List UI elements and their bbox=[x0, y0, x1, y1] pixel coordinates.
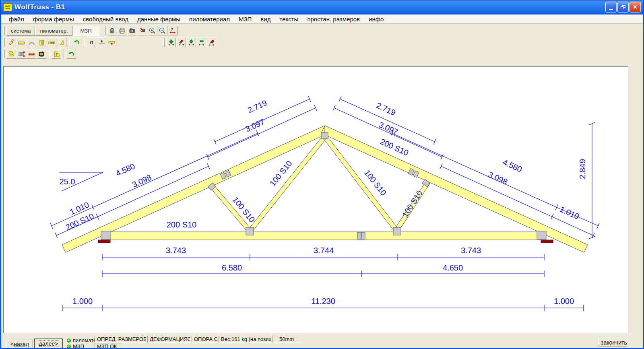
print-button[interactable] bbox=[118, 26, 127, 35]
dim-label: 4.650 bbox=[443, 263, 463, 272]
menu-bar: файлформа фермысвободный вводданные ферм… bbox=[1, 14, 643, 24]
toolbar-grip[interactable] bbox=[4, 26, 5, 35]
zoom-in-button[interactable] bbox=[148, 26, 157, 35]
beam-joints-button[interactable] bbox=[47, 37, 56, 47]
dim-label: 200 S10 bbox=[167, 220, 197, 229]
status-bar: <назад далее> пиломате МЗП ОПРЕД. РАЗМЕР… bbox=[1, 333, 643, 349]
dim-label: 2.849 bbox=[578, 159, 587, 179]
toolbar-grip[interactable] bbox=[163, 38, 165, 47]
weight-button[interactable]: kg bbox=[107, 26, 117, 35]
dim-label: 3.097 bbox=[378, 120, 400, 136]
edit-plate-button[interactable] bbox=[176, 37, 186, 47]
restore-button[interactable] bbox=[617, 2, 629, 12]
tab-пиломатер.[interactable]: пиломатер. bbox=[35, 26, 72, 36]
toolbar-row-tools: ? bbox=[1, 48, 643, 60]
spring-button[interactable] bbox=[6, 49, 16, 59]
chord-button[interactable] bbox=[17, 37, 26, 47]
support-reaction-icon bbox=[107, 38, 116, 47]
toolbar-grip[interactable] bbox=[4, 38, 5, 47]
node-plate-button[interactable] bbox=[186, 37, 196, 47]
weight-icon: kg bbox=[108, 27, 116, 35]
status-cell-deformation: ДЕФОРМАЦИЯОК bbox=[147, 336, 191, 343]
menu-item-2[interactable]: форма фермы bbox=[29, 15, 78, 23]
dim-label: 3.098 bbox=[487, 170, 509, 186]
tab-МЗП[interactable]: МЗП bbox=[73, 26, 99, 36]
restore-icon bbox=[621, 5, 625, 9]
sigma-icon: σ bbox=[87, 38, 96, 47]
edit-plate-icon bbox=[177, 38, 186, 47]
svg-text:?: ? bbox=[171, 27, 173, 32]
window-title: WolfTruss - B1 bbox=[14, 3, 65, 11]
eraser-button[interactable] bbox=[206, 37, 216, 47]
svg-text:σ: σ bbox=[90, 39, 93, 45]
undo-button[interactable] bbox=[72, 37, 81, 47]
menu-item-9[interactable]: простан. размеров bbox=[303, 15, 364, 23]
status-cell-dimensions: ОПРЕД. РАЗМЕРОВ ОК bbox=[95, 336, 147, 343]
beam-joints-icon bbox=[47, 38, 56, 47]
dim-label: 1.010 bbox=[559, 204, 581, 221]
dim-label: 11.230 bbox=[311, 297, 335, 306]
title-bar: wolfwin WolfTruss - B1 ✕ bbox=[0, 0, 644, 14]
arch-button[interactable] bbox=[27, 37, 36, 47]
video-help-button[interactable]: ? bbox=[138, 26, 147, 35]
tag-help-icon: ? bbox=[52, 50, 61, 58]
drawing-canvas[interactable]: 2.7193.0974.5803.0981.010200 S102.7193.0… bbox=[3, 66, 628, 333]
menu-item-5[interactable]: пиломатериал bbox=[185, 15, 234, 23]
dim-label: 2.719 bbox=[375, 101, 397, 117]
close-button[interactable]: ✕ bbox=[630, 2, 641, 12]
menu-item-7[interactable]: вид bbox=[256, 15, 275, 23]
remove-plate-button[interactable] bbox=[196, 37, 206, 47]
camera-icon bbox=[128, 27, 136, 35]
camera-button[interactable] bbox=[128, 26, 137, 35]
spring-icon bbox=[7, 50, 16, 58]
menu-item-10[interactable]: инфо bbox=[364, 15, 388, 23]
tab-система[interactable]: система bbox=[6, 26, 35, 36]
dim-label: 4.580 bbox=[502, 157, 524, 174]
toolbar-row-edit: ? σ bbox=[1, 37, 643, 48]
measure-help-button[interactable]: ? bbox=[168, 26, 178, 35]
posts-button[interactable] bbox=[37, 37, 46, 47]
back-button[interactable]: <назад bbox=[6, 340, 33, 349]
tag-help-button[interactable]: ? bbox=[52, 49, 61, 59]
truss-members bbox=[62, 126, 588, 252]
width-arrows-button[interactable] bbox=[27, 49, 36, 59]
keyboard-move-button[interactable] bbox=[17, 49, 26, 59]
remove-plate-icon bbox=[197, 38, 206, 47]
menu-item-4[interactable]: данные фермы bbox=[133, 15, 185, 23]
dim-label: 3.744 bbox=[314, 246, 334, 255]
toolbar-grip[interactable] bbox=[105, 26, 106, 35]
add-plate-button[interactable] bbox=[166, 37, 176, 47]
dim-label: 6.580 bbox=[222, 263, 242, 272]
eraser-icon bbox=[207, 38, 216, 47]
green-dot-icon bbox=[67, 345, 71, 349]
stamp-button[interactable] bbox=[37, 49, 46, 59]
undo-button[interactable] bbox=[66, 49, 76, 59]
dim-label: 4.580 bbox=[114, 161, 136, 178]
wedge-icon bbox=[58, 38, 66, 47]
indicator-lumber: пиломате bbox=[67, 337, 96, 343]
arch-icon bbox=[27, 38, 36, 47]
toolbar-grip[interactable] bbox=[4, 50, 5, 58]
member-help-button[interactable]: ? bbox=[6, 37, 16, 47]
status-cell-support: ОПОРА ОК bbox=[192, 336, 218, 343]
menu-item-8[interactable]: тексты bbox=[275, 15, 303, 23]
zoom-in-icon bbox=[148, 27, 157, 35]
next-button[interactable]: далее> bbox=[34, 339, 63, 349]
dim-label: 3.743 bbox=[166, 246, 186, 255]
menu-item-6[interactable]: МЗП bbox=[234, 15, 256, 23]
deflection-button[interactable] bbox=[97, 37, 106, 47]
support-reaction-button[interactable] bbox=[107, 37, 116, 47]
undo-icon bbox=[67, 50, 76, 58]
zoom-out-button[interactable] bbox=[158, 26, 167, 35]
svg-text:kg: kg bbox=[111, 30, 114, 33]
sigma-button[interactable]: σ bbox=[87, 37, 96, 47]
wedge-button[interactable] bbox=[57, 37, 66, 47]
minimize-button[interactable] bbox=[605, 2, 617, 12]
dim-label: 1.000 bbox=[554, 297, 574, 306]
status-cell-weight: Вес:161 kg (на позицию) bbox=[219, 336, 271, 343]
menu-item-3[interactable]: свободный ввод bbox=[78, 15, 133, 23]
status-cell-scale: 50mm bbox=[272, 336, 301, 343]
menu-item-1[interactable]: файл bbox=[4, 15, 29, 23]
finish-button[interactable]: закончить bbox=[598, 338, 627, 347]
toolbar-area: системапиломатер.МЗП kg?? ? σ ? bbox=[1, 24, 643, 66]
